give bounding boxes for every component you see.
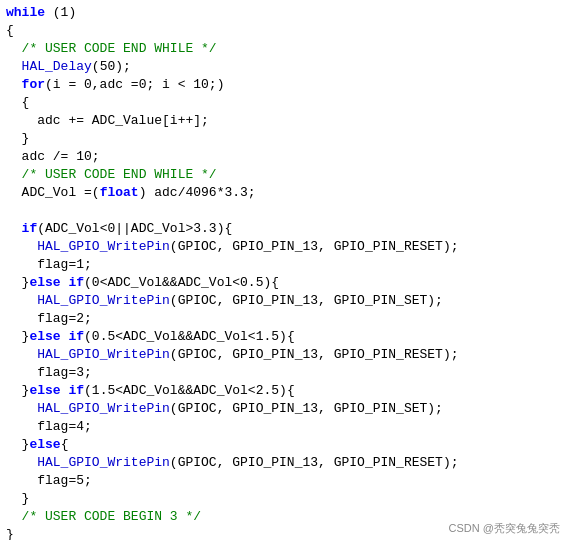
code-line-19: }else if(0.5<ADC_Vol&&ADC_Vol<1.5){ [0,328,568,346]
code-line-11: ADC_Vol =(float) adc/4096*3.3; [0,184,568,202]
code-line-6: { [0,94,568,112]
code-line-17: HAL_GPIO_WritePin(GPIOC, GPIO_PIN_13, GP… [0,292,568,310]
code-container: while (1) { /* USER CODE END WHILE */ HA… [0,0,568,540]
code-line-13: if(ADC_Vol<0||ADC_Vol>3.3){ [0,220,568,238]
code-line-26: HAL_GPIO_WritePin(GPIOC, GPIO_PIN_13, GP… [0,454,568,472]
code-line-5: for(i = 0,adc =0; i < 10;) [0,76,568,94]
code-line-15: flag=1; [0,256,568,274]
code-line-7: adc += ADC_Value[i++]; [0,112,568,130]
code-line-23: HAL_GPIO_WritePin(GPIOC, GPIO_PIN_13, GP… [0,400,568,418]
code-line-12 [0,202,568,220]
code-line-10: /* USER CODE END WHILE */ [0,166,568,184]
code-line-4: HAL_Delay(50); [0,58,568,76]
code-line-21: flag=3; [0,364,568,382]
code-line-27: flag=5; [0,472,568,490]
code-line-24: flag=4; [0,418,568,436]
code-line-25: }else{ [0,436,568,454]
code-line-28: } [0,490,568,508]
code-line-3: /* USER CODE END WHILE */ [0,40,568,58]
footer-text: CSDN @秃突兔兔突秃 [449,521,560,536]
code-line-18: flag=2; [0,310,568,328]
code-line-14: HAL_GPIO_WritePin(GPIOC, GPIO_PIN_13, GP… [0,238,568,256]
code-line-8: } [0,130,568,148]
code-line-2: { [0,22,568,40]
code-line-20: HAL_GPIO_WritePin(GPIOC, GPIO_PIN_13, GP… [0,346,568,364]
code-line-16: }else if(0<ADC_Vol&&ADC_Vol<0.5){ [0,274,568,292]
code-line-22: }else if(1.5<ADC_Vol&&ADC_Vol<2.5){ [0,382,568,400]
code-line-1: while (1) [0,4,568,22]
code-line-9: adc /= 10; [0,148,568,166]
